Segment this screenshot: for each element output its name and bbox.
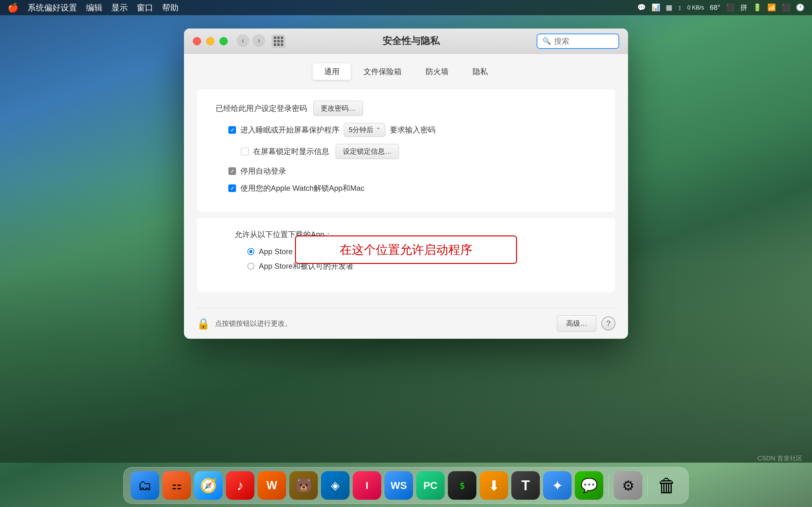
menubar: 🍎 系统偏好设置 编辑 显示 窗口 帮助 💬 📊 ▦ ↕ 0 KB/s 68° … [0, 0, 812, 15]
menubar-display[interactable]: 显示 [111, 2, 128, 13]
sleep-row: 进入睡眠或开始屏幕保护程序 5分钟后 ⌃ 要求输入密码 [229, 123, 596, 137]
dock-bear[interactable]: 🐻 [289, 471, 318, 500]
lock-description: 点按锁按钮以进行更改。 [215, 319, 552, 328]
sleep-duration-value: 5分钟后 [349, 125, 373, 135]
require-password-label: 要求输入密码 [390, 125, 436, 135]
allow-launch-button[interactable]: 在这个位置允许启动程序 [295, 235, 517, 264]
dock-separator-2 [647, 474, 648, 497]
traffic-lights [193, 37, 228, 45]
tab-privacy[interactable]: 隐私 [461, 63, 499, 80]
grid-icon [274, 37, 283, 46]
password-row: 已经给此用户设定登录密码 更改密码… [216, 101, 596, 116]
nav-buttons: ‹ › [237, 34, 286, 48]
dock-folx[interactable]: ⬇ [479, 471, 508, 500]
show-message-row: 在屏幕锁定时显示信息 设定锁定信息… [241, 144, 596, 159]
back-button[interactable]: ‹ [237, 34, 249, 47]
minimize-button[interactable] [206, 37, 214, 45]
dock: 🗂 ⚏ 🧭 ♪ W 🐻 ◈ I WS PC $ ⬇ T ✦ 💬 ⚙ 🗑 [123, 467, 689, 504]
window-title: 安全性与隐私 [286, 35, 537, 48]
menubar-left: 🍎 系统偏好设置 编辑 显示 窗口 帮助 [8, 2, 179, 13]
network-speed: 0 KB/s [687, 4, 704, 11]
maximize-button[interactable] [219, 37, 228, 45]
menubar-help[interactable]: 帮助 [162, 2, 179, 13]
dock-safari[interactable]: 🧭 [194, 471, 223, 500]
dock-vscode[interactable]: ◈ [321, 471, 350, 500]
network-icon[interactable]: ↕ [678, 3, 681, 12]
sleep-duration-dropdown[interactable]: 5分钟后 ⌃ [344, 123, 386, 137]
appstore-label: App Store [259, 247, 293, 256]
close-button[interactable] [193, 37, 201, 45]
dock-launchpad[interactable]: ⚏ [162, 471, 191, 500]
desktop: 🍎 系统偏好设置 编辑 显示 窗口 帮助 💬 📊 ▦ ↕ 0 KB/s 68° … [0, 0, 812, 507]
dock-trash[interactable]: 🗑 [653, 471, 681, 500]
allow-apps-section: 允许从以下位置下载的App： App Store App Store和被认可的开… [197, 218, 615, 292]
appstore-radio[interactable] [247, 248, 254, 255]
disable-autologin-label: 停用自动登录 [241, 166, 286, 176]
menubar-window[interactable]: 窗口 [137, 2, 153, 13]
dock-jetbrains-toolbox[interactable]: ✦ [543, 471, 571, 500]
sleep-label: 进入睡眠或开始屏幕保护程序 [241, 125, 339, 135]
disable-autologin-row: 停用自动登录 [229, 166, 596, 176]
bottom-bar: 🔒 点按锁按钮以进行更改。 高级… ? [184, 308, 628, 339]
disable-autologin-checkbox[interactable] [229, 167, 236, 175]
dock-typora[interactable]: T [511, 471, 540, 500]
window-content: 通用 文件保险箱 防火墙 隐私 已经给此用户设定登录密码 更改密码… 进入睡眠或… [184, 54, 628, 308]
general-settings-section: 已经给此用户设定登录密码 更改密码… 进入睡眠或开始屏幕保护程序 5分钟后 ⌃ … [197, 89, 615, 212]
system-preferences-window: ‹ › 安全性与隐私 🔍 通用 文件保险箱 [184, 29, 628, 339]
menubar-right: 💬 📊 ▦ ↕ 0 KB/s 68° ⬛ 拼 🔋 📶 ⬛ 🕐 [637, 3, 804, 12]
cpu-monitor[interactable]: 📊 [652, 3, 660, 12]
chevron-down-icon: ⌃ [376, 126, 380, 133]
watermark: CSDN 首发社区 [757, 454, 803, 463]
tab-general[interactable]: 通用 [313, 63, 351, 80]
wechat-icon[interactable]: 💬 [637, 3, 646, 12]
input-method[interactable]: 拼 [740, 3, 747, 12]
apple-watch-label: 使用您的Apple Watch解锁App和Mac [241, 183, 364, 193]
grid-view-button[interactable] [271, 34, 286, 48]
wifi-icon[interactable]: 📶 [767, 3, 776, 12]
dock-pycharm[interactable]: PC [416, 471, 445, 500]
dock-netease-music[interactable]: ♪ [226, 471, 254, 500]
show-message-label: 在屏幕锁定时显示信息 [253, 147, 329, 157]
allow-apps-content: 允许从以下位置下载的App： App Store App Store和被认可的开… [216, 218, 596, 292]
control-strip[interactable]: ⬛ [726, 3, 734, 12]
change-password-button[interactable]: 更改密码… [313, 101, 363, 116]
help-button[interactable]: ? [601, 317, 615, 331]
dock-wechat[interactable]: 💬 [575, 471, 603, 500]
search-icon: 🔍 [542, 37, 551, 45]
temperature: 68° [710, 3, 720, 12]
allow-launch-text: 在这个位置允许启动程序 [340, 242, 472, 258]
forward-button[interactable]: › [252, 34, 265, 47]
tab-filevault[interactable]: 文件保险箱 [352, 63, 413, 80]
lock-icon[interactable]: 🔒 [197, 317, 210, 330]
clock: 🕐 [796, 3, 804, 12]
tab-firewall[interactable]: 防火墙 [414, 63, 460, 80]
dock-intellij-idea[interactable]: I [353, 471, 381, 500]
search-input[interactable] [554, 37, 613, 46]
apple-watch-checkbox[interactable] [229, 184, 236, 192]
dock-separator [608, 474, 609, 497]
appstore-developers-radio[interactable] [247, 263, 254, 270]
password-label: 已经给此用户设定登录密码 [216, 103, 307, 113]
bluetooth-icon[interactable]: ⬛ [781, 3, 790, 12]
memory-icon[interactable]: ▦ [666, 3, 672, 12]
sleep-checkbox[interactable] [229, 126, 236, 134]
battery-icon[interactable]: 🔋 [753, 3, 762, 12]
dock-finder[interactable]: 🗂 [131, 471, 159, 500]
apple-menu[interactable]: 🍎 [8, 3, 19, 13]
dock-webstorm[interactable]: WS [385, 471, 413, 500]
dock-wps[interactable]: W [258, 471, 286, 500]
show-message-checkbox[interactable] [241, 148, 249, 155]
set-lock-info-button[interactable]: 设定锁定信息… [336, 144, 399, 159]
dock-system-preferences[interactable]: ⚙ [614, 471, 642, 500]
menubar-syspref[interactable]: 系统偏好设置 [28, 2, 77, 13]
dock-terminal[interactable]: $ [448, 471, 476, 500]
titlebar: ‹ › 安全性与隐私 🔍 [184, 29, 628, 54]
advanced-button[interactable]: 高级… [557, 315, 596, 332]
tabs-bar: 通用 文件保险箱 防火墙 隐私 [197, 63, 615, 80]
apple-watch-row: 使用您的Apple Watch解锁App和Mac [229, 183, 596, 193]
menubar-edit[interactable]: 编辑 [86, 2, 102, 13]
search-box[interactable]: 🔍 [537, 34, 619, 49]
